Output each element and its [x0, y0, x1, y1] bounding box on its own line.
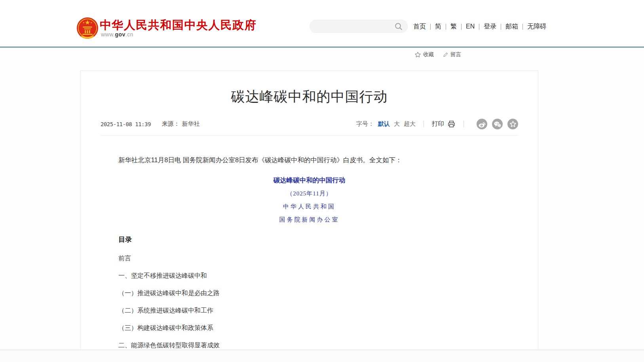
lead-paragraph: 新华社北京11月8日电 国务院新闻办公室8日发布《碳达峰碳中和的中国行动》白皮书… — [118, 155, 500, 165]
site-title: 中华人民共和国中央人民政府 — [100, 17, 257, 33]
page: 中华人民共和国中央人民政府 www.gov.cn 首页 简 繁 EN 登录 邮箱 — [0, 0, 644, 362]
content-area: 收藏 留言 碳达峰碳中和的中国行动 2025-11-08 11:39 来源： 新… — [0, 47, 644, 362]
font-size-label: 字号： — [356, 120, 374, 128]
favorite-button[interactable]: 收藏 — [414, 51, 434, 58]
article-card: 碳达峰碳中和的中国行动 2025-11-08 11:39 来源： 新华社 字号：… — [80, 70, 538, 362]
toc-item: （三）构建碳达峰碳中和政策体系 — [118, 324, 500, 331]
nav-login[interactable]: 登录 — [484, 23, 496, 31]
meta-separator — [464, 121, 464, 127]
meta-left: 2025-11-08 11:39 来源： 新华社 — [101, 120, 200, 128]
nav-accessibility[interactable]: 无障碍 — [527, 23, 546, 31]
nav-separator — [446, 24, 446, 30]
top-nav: 首页 简 繁 EN 登录 邮箱 无障碍 — [413, 22, 546, 31]
nav-separator — [501, 24, 501, 30]
document-org-line2: 国务院新闻办公室 — [118, 216, 500, 224]
document-title: 碳达峰碳中和的中国行动 — [118, 176, 500, 185]
meta-separator — [424, 121, 424, 127]
font-size-default[interactable]: 默认 — [378, 120, 390, 128]
favorite-label: 收藏 — [423, 51, 434, 58]
print-button[interactable]: 打印 — [432, 120, 456, 128]
source-label: 来源： — [162, 120, 180, 128]
quick-actions: 收藏 留言 — [414, 51, 461, 58]
publish-date: 2025-11-08 11:39 — [101, 121, 151, 127]
nav-separator — [461, 24, 462, 30]
pencil-icon — [443, 52, 448, 58]
star-share-icon[interactable] — [507, 119, 518, 129]
meta-right: 字号： 默认 大 超大 打印 — [356, 119, 518, 129]
nav-separator — [479, 24, 479, 30]
toc-item: （二）系统推进碳达峰碳中和工作 — [118, 307, 500, 314]
site-header: 中华人民共和国中央人民政府 www.gov.cn 首页 简 繁 EN 登录 邮箱 — [0, 0, 644, 47]
site-url[interactable]: www.gov.cn — [101, 31, 133, 38]
toc-item: 前言 — [118, 255, 500, 262]
star-outline-icon — [414, 51, 421, 58]
document-date: （2025年11月） — [118, 190, 500, 197]
print-label: 打印 — [432, 120, 444, 128]
weibo-share-icon[interactable] — [477, 119, 487, 129]
article-body: 新华社北京11月8日电 国务院新闻办公室8日发布《碳达峰碳中和的中国行动》白皮书… — [118, 155, 500, 362]
article-title: 碳达峰碳中和的中国行动 — [81, 87, 538, 106]
nav-mail[interactable]: 邮箱 — [505, 23, 518, 31]
search-icon[interactable] — [394, 22, 403, 32]
search-input[interactable] — [316, 20, 391, 32]
wechat-share-icon[interactable] — [492, 119, 503, 129]
article-meta-row: 2025-11-08 11:39 来源： 新华社 字号： 默认 大 超大 打印 — [101, 119, 518, 136]
message-button[interactable]: 留言 — [443, 51, 461, 58]
font-size-large[interactable]: 大 — [394, 120, 400, 128]
bottom-bar — [0, 350, 644, 362]
nav-simplified[interactable]: 简 — [435, 23, 441, 31]
font-size-xlarge[interactable]: 超大 — [404, 120, 416, 128]
nav-separator — [522, 24, 523, 30]
printer-icon — [447, 120, 456, 128]
nav-home[interactable]: 首页 — [413, 23, 426, 31]
toc-heading: 目录 — [118, 235, 500, 244]
search-box — [310, 20, 408, 33]
nav-separator — [430, 24, 431, 30]
document-org-line1: 中华人民共和国 — [118, 203, 500, 210]
toc-item: 二、能源绿色低碳转型取得显著成效 — [118, 342, 500, 349]
national-emblem-logo — [76, 16, 99, 40]
nav-english[interactable]: EN — [466, 23, 475, 30]
toc-item: （一）推进碳达峰碳中和是必由之路 — [118, 290, 500, 296]
nav-traditional[interactable]: 繁 — [450, 23, 457, 31]
toc-item: 一、坚定不移推进碳达峰碳中和 — [118, 272, 500, 279]
source-value[interactable]: 新华社 — [182, 120, 200, 128]
message-label: 留言 — [450, 51, 461, 58]
